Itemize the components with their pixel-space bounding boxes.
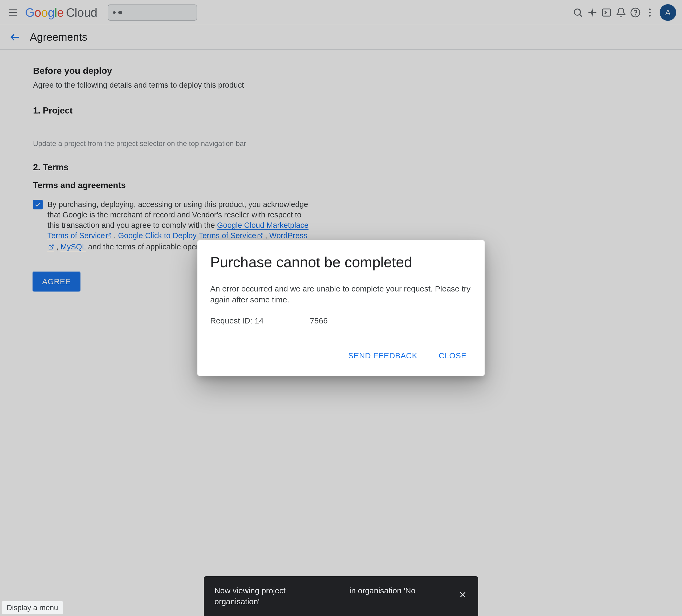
- toast-close-icon[interactable]: [458, 590, 468, 602]
- dialog-title: Purchase cannot be completed: [210, 254, 472, 271]
- dialog-body: An error occurred and we are unable to c…: [210, 283, 472, 305]
- toast-message: Now viewing project in organisation 'No …: [214, 585, 458, 607]
- close-dialog-button[interactable]: CLOSE: [433, 347, 472, 364]
- toast-snackbar: Now viewing project in organisation 'No …: [204, 576, 478, 616]
- dialog-request-id: Request ID: 147566: [210, 316, 472, 325]
- send-feedback-button[interactable]: SEND FEEDBACK: [343, 347, 423, 364]
- error-dialog: Purchase cannot be completed An error oc…: [198, 240, 484, 376]
- context-menu-hint: Display a menu: [2, 601, 63, 614]
